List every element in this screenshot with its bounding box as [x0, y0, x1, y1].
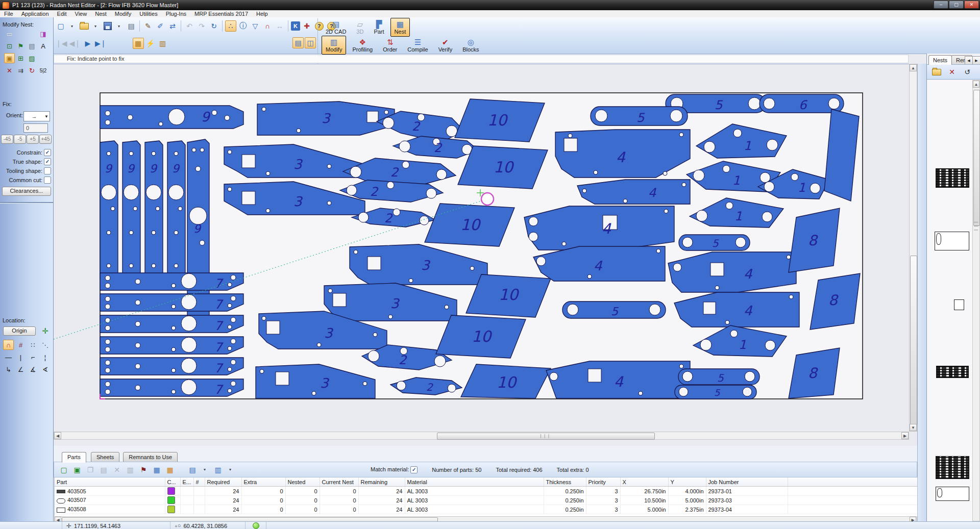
nest-part-bar-9[interactable]: 9: [100, 141, 118, 279]
scroll-up-icon[interactable]: ▲: [910, 64, 917, 71]
view-list-dd-icon[interactable]: ▾: [199, 464, 210, 475]
nav-next-icon[interactable]: ▶: [82, 38, 93, 49]
menu-plug-ins[interactable]: Plug-Ins: [162, 10, 190, 17]
nest-part-bar-7[interactable]: 7: [100, 315, 243, 333]
nest-part-quad-10[interactable]: 10: [425, 204, 514, 246]
probe-icon[interactable]: ✐: [155, 20, 166, 32]
nest-part-bar-5[interactable]: 5: [679, 235, 750, 250]
save-icon[interactable]: [102, 20, 113, 32]
five-two-icon[interactable]: 5|2: [38, 65, 48, 75]
nav-first-icon[interactable]: ❘◀: [55, 38, 68, 49]
nest-part-quad-10[interactable]: 10: [436, 315, 526, 358]
column-header-material[interactable]: Material: [405, 477, 544, 487]
column-header-nested[interactable]: Nested: [285, 477, 320, 487]
angle2-icon[interactable]: ∡: [28, 364, 38, 374]
snap-dots-icon[interactable]: ∷: [28, 340, 38, 350]
rotate-icon[interactable]: ↻: [27, 65, 37, 75]
nest-sheet-icon[interactable]: ▭: [4, 29, 15, 39]
nests-vscrollbar[interactable]: ▲ ❘❘❘: [972, 80, 980, 521]
nest-part-bar-7[interactable]: 7: [100, 379, 243, 397]
tab-parts[interactable]: Parts: [62, 452, 86, 463]
redo-icon[interactable]: ↷: [196, 20, 207, 32]
column-header-thickness[interactable]: Thickness: [544, 477, 586, 487]
column-header-c-[interactable]: C...: [165, 477, 180, 487]
nest-thumbnail[interactable]: [936, 456, 969, 479]
modify-button[interactable]: ▥Modify: [322, 36, 346, 55]
nest-canvas[interactable]: 9999997777773333333222222210101010101044…: [54, 64, 909, 438]
column-header-y[interactable]: Y: [668, 477, 706, 487]
edit-nest-icon[interactable]: ▨: [27, 53, 37, 63]
tab-remnants-to-use[interactable]: Remnants to Use: [123, 452, 178, 463]
constrain-checkbox[interactable]: ✓: [44, 149, 51, 156]
nest-part-plate-4[interactable]: 4: [524, 206, 674, 250]
clearances-button[interactable]: Clearances...: [2, 187, 51, 196]
menu-utilities[interactable]: Utilities: [135, 10, 161, 17]
column-header-e-[interactable]: E...: [180, 477, 193, 487]
scroll-down-icon[interactable]: ▼: [910, 424, 917, 431]
magnet-icon[interactable]: ∩: [262, 20, 273, 32]
table-icon[interactable]: ▦: [151, 464, 162, 475]
pin-part-icon[interactable]: ⚑: [15, 41, 26, 51]
nest-part-bar-9[interactable]: 9: [167, 141, 185, 279]
column-header-#[interactable]: #: [193, 477, 205, 487]
rotate-minus5-button[interactable]: -5: [14, 135, 26, 144]
2d-cad-button[interactable]: ▤2D CAD: [322, 18, 350, 37]
nav-last-icon[interactable]: ▶❘: [94, 38, 107, 49]
verify-button[interactable]: ✔Verify: [434, 36, 457, 55]
rotate-plus5-button[interactable]: +5: [27, 135, 39, 144]
import-part-icon[interactable]: ▣: [71, 464, 83, 475]
colors-icon[interactable]: ▦: [164, 464, 176, 475]
paste-part-icon[interactable]: ▤: [98, 464, 109, 475]
pick-add-icon[interactable]: ✚: [301, 20, 312, 32]
pair-parts-icon[interactable]: ⊞: [15, 53, 26, 63]
sequence-icon[interactable]: ⇉: [15, 65, 26, 75]
new-part-icon[interactable]: ▢: [58, 464, 69, 475]
column-header-part[interactable]: Part: [55, 477, 165, 487]
nest-thumbnail-list[interactable]: ▲ ❘❘❘: [927, 80, 980, 521]
nest-part-bar-5[interactable]: 5: [678, 369, 760, 385]
angle3-icon[interactable]: ∢: [40, 364, 51, 374]
copy-part-icon[interactable]: ❐: [85, 464, 96, 475]
open-nest-icon[interactable]: [931, 66, 942, 78]
nest-part-quad-10[interactable]: 10: [455, 99, 545, 142]
origin-button[interactable]: Origin: [3, 326, 36, 336]
angle1-icon[interactable]: ∠: [15, 364, 26, 374]
nest-part-quad-8[interactable]: 8: [789, 208, 840, 272]
undo-icon[interactable]: ↶: [184, 20, 195, 32]
menu-help[interactable]: Help: [252, 10, 272, 17]
table-row[interactable]: 4035052400024AL 30030.250in326.750in4.00…: [55, 487, 918, 496]
nest-thumbnail[interactable]: [936, 168, 969, 188]
title-bar[interactable]: P1 123 (123) - Radan Nest Editor - [2: F…: [0, 0, 980, 10]
canvas-hscrollbar[interactable]: ◀ ❘❘❘ ▶: [54, 432, 909, 440]
nest-part-bar-7[interactable]: 7: [100, 273, 243, 291]
nest-part-bar-5[interactable]: 5: [562, 301, 666, 318]
close-button[interactable]: ✕: [964, 1, 979, 9]
tooling-shape-checkbox[interactable]: [44, 167, 51, 174]
menu-view[interactable]: View: [71, 10, 91, 17]
column-header-current-nest[interactable]: Current Nest: [320, 477, 358, 487]
stretch-icon[interactable]: ↔: [274, 20, 285, 32]
nest-button[interactable]: ▦Nest: [390, 18, 410, 37]
part-button[interactable]: ▛Part: [370, 18, 388, 37]
nest-part-bar-5[interactable]: 5: [675, 385, 756, 399]
move-part-icon[interactable]: ▣: [4, 53, 15, 63]
column-header-extra[interactable]: Extra: [241, 477, 285, 487]
minimize-button[interactable]: –: [934, 1, 948, 9]
blocks-button[interactable]: ◎Blocks: [458, 36, 483, 55]
nest-part-bar-7[interactable]: 7: [100, 294, 243, 312]
menu-nest[interactable]: Nest: [91, 10, 111, 17]
view-columns-dd-icon[interactable]: ▾: [225, 464, 236, 475]
tab-scroll-left-icon[interactable]: ◀: [965, 56, 973, 65]
pin-icon[interactable]: ⚑: [138, 464, 149, 475]
nest-part-plate-4[interactable]: 4: [577, 180, 690, 204]
nest-thumbnail[interactable]: [935, 232, 969, 250]
column-header-job-number[interactable]: Job Number: [706, 477, 788, 487]
nest-part-bar-7[interactable]: 7: [100, 358, 243, 375]
auto-nest-icon[interactable]: ⚡: [145, 38, 156, 49]
menu-mrp-essentials-2017[interactable]: MRP Essentials 2017: [190, 10, 252, 17]
view-list-icon[interactable]: ▤: [187, 464, 198, 475]
open-folder-icon[interactable]: [79, 20, 90, 32]
scroll-left-icon[interactable]: ◀: [54, 432, 61, 439]
nest-part-plate-4[interactable]: 4: [668, 252, 796, 292]
nest-thumbnail[interactable]: [954, 299, 964, 310]
